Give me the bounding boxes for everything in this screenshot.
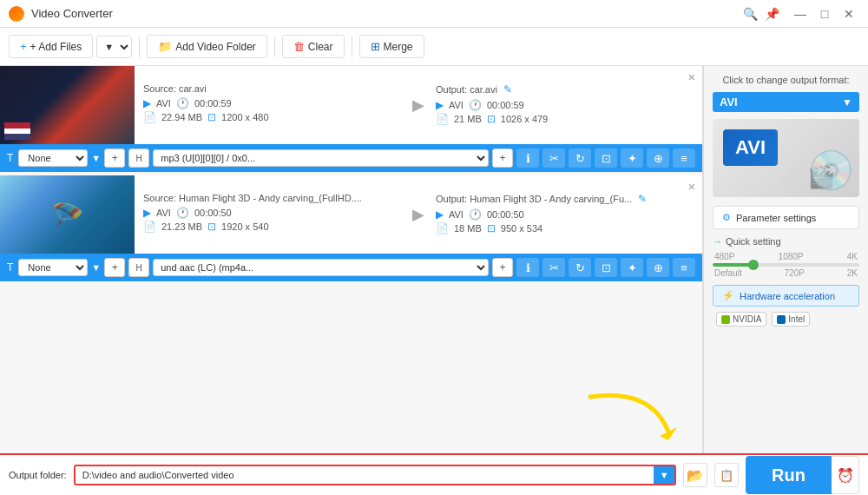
effect-button-2[interactable]: ✦ — [621, 258, 643, 277]
subtitle-select[interactable]: None — [18, 149, 88, 167]
file-info-cols: Source: car.avi ▶ AVI 🕐 00:00:59 📄 22.94… — [143, 83, 694, 127]
source-duration-2: 00:00:50 — [194, 208, 232, 218]
run-button[interactable]: Run — [746, 456, 832, 494]
file-icon: 📄 — [143, 111, 156, 123]
source-res-2: 1920 x 540 — [221, 221, 268, 232]
folder-open-icon: 📂 — [687, 467, 704, 484]
search-icon[interactable]: 🔍 — [743, 7, 758, 21]
file-icon-out-2: 📄 — [436, 222, 449, 234]
subtitle-edit-button[interactable]: ≡ — [673, 148, 695, 168]
parameter-settings-button[interactable]: ⚙ Parameter settings — [713, 206, 859, 229]
source-res: 1200 x 480 — [221, 112, 268, 122]
toolbar-separator-2 — [274, 36, 275, 57]
add-subtitle-button-2[interactable]: + — [104, 258, 125, 277]
quality-slider-track[interactable] — [713, 263, 859, 267]
res-icon-out: ⊡ — [487, 113, 496, 125]
edit-subtitle-button-2[interactable]: H — [128, 258, 149, 277]
alarm-icon: ⏰ — [837, 467, 854, 484]
add-folder-button[interactable]: 📁 Add Video Folder — [147, 35, 267, 58]
nvidia-logo — [721, 315, 730, 324]
output-duration-2: 00:00:50 — [487, 209, 524, 220]
edit-output-icon-2[interactable]: ✎ — [638, 193, 647, 205]
add-audio-button-2[interactable]: + — [492, 258, 513, 277]
person-icon: 🪂 — [51, 200, 83, 230]
cut-button-2[interactable]: ✂ — [542, 258, 565, 277]
pin-icon[interactable]: 📌 — [765, 7, 779, 21]
arrow-divider-2: ▶ — [401, 193, 436, 236]
format-selector[interactable]: AVI ▼ — [713, 92, 859, 112]
alarm-button[interactable]: ⏰ — [832, 456, 859, 494]
current-format: AVI — [720, 96, 738, 109]
trash-icon: 🗑 — [293, 40, 305, 53]
file-controls: T None ▼ + H mp3 (U[0][0][0] / 0x0... + … — [0, 144, 702, 172]
quick-setting-label: → Quick setting — [713, 236, 859, 247]
source-size: 22.94 MB — [161, 112, 202, 122]
run-area: Run ⏰ — [746, 456, 859, 494]
remove-file-button-2[interactable]: × — [688, 180, 695, 194]
remove-file-button[interactable]: × — [688, 70, 695, 84]
output-path-dropdown-button[interactable]: ▼ — [654, 466, 674, 484]
audio-select-2[interactable]: und aac (LC) (mp4a... — [153, 259, 489, 276]
rotate-button-2[interactable]: ↻ — [569, 258, 591, 277]
edit-subtitle-button[interactable]: H — [128, 148, 149, 168]
subtitle-select-2[interactable]: None — [18, 259, 88, 276]
merge-icon: ⊞ — [371, 40, 380, 53]
rotate-button[interactable]: ↻ — [569, 148, 591, 168]
info-button-2[interactable]: ℹ — [516, 258, 539, 277]
res-1080p: 1080P — [779, 252, 804, 261]
file-list: Source: car.avi ▶ AVI 🕐 00:00:59 📄 22.94… — [0, 66, 703, 453]
file-info-2: Source: Human Flight 3D - Andy carving_(… — [135, 175, 702, 254]
format-icon-2: ▶ — [143, 207, 151, 219]
output-res-2: 950 x 534 — [501, 223, 542, 234]
output-size-2: 18 MB — [454, 223, 482, 234]
copy-path-button[interactable]: 📋 — [714, 463, 739, 487]
effect-button[interactable]: ✦ — [621, 148, 643, 168]
source-format-row-2: ▶ AVI 🕐 00:00:50 — [143, 207, 401, 219]
add-files-dropdown[interactable]: ▼ — [96, 36, 132, 58]
audio-select[interactable]: mp3 (U[0][0][0] / 0x0... — [153, 149, 489, 167]
clock-icon-out: 🕐 — [469, 99, 482, 111]
maximize-button[interactable]: □ — [814, 5, 835, 23]
source-size-2: 21.23 MB — [161, 221, 202, 232]
add-subtitle-button[interactable]: + — [104, 148, 125, 168]
app-title: Video Converter — [31, 7, 743, 20]
text-icon: T — [7, 152, 13, 164]
subtitle-edit-button-2[interactable]: ≡ — [673, 258, 695, 277]
arrow-divider: ▶ — [401, 83, 436, 127]
cut-button[interactable]: ✂ — [542, 148, 565, 168]
quality-slider-thumb[interactable] — [748, 260, 759, 270]
watermark-button-2[interactable]: ⊕ — [647, 258, 669, 277]
main-area: Source: car.avi ▶ AVI 🕐 00:00:59 📄 22.94… — [0, 66, 868, 453]
source-format-2: AVI — [156, 208, 171, 218]
output-res: 1026 x 479 — [501, 114, 548, 124]
minimize-button[interactable]: — — [790, 5, 811, 23]
source-format: AVI — [156, 98, 171, 109]
file-controls-2: T None ▼ + H und aac (LC) (mp4a... + ℹ ✂… — [0, 254, 702, 281]
output-path-wrapper: ▼ — [74, 465, 676, 485]
copy-icon: 📋 — [720, 469, 733, 482]
close-button[interactable]: ✕ — [838, 5, 859, 23]
crop-button[interactable]: ⊡ — [595, 148, 617, 168]
crop-button-2[interactable]: ⊡ — [595, 258, 617, 277]
output-format: AVI — [449, 100, 464, 110]
browse-output-folder-button[interactable]: 📂 — [683, 463, 707, 487]
source-size-row-2: 📄 21.23 MB ⊡ 1920 x 540 — [143, 221, 401, 233]
edit-output-icon[interactable]: ✎ — [503, 83, 512, 96]
output-col: Output: car.avi ✎ ▶ AVI 🕐 00:00:59 📄 — [436, 83, 694, 127]
info-button[interactable]: ℹ — [516, 148, 539, 168]
merge-button[interactable]: ⊞ Merge — [359, 35, 424, 58]
clear-button[interactable]: 🗑 Clear — [282, 35, 345, 58]
output-path-input[interactable] — [76, 466, 654, 484]
hardware-acceleration-button[interactable]: ⚡ Hardware acceleration — [713, 285, 859, 307]
add-audio-button[interactable]: + — [492, 148, 513, 168]
source-duration: 00:00:59 — [194, 98, 232, 109]
text-icon-2: T — [7, 261, 13, 274]
watermark-button[interactable]: ⊕ — [647, 148, 669, 168]
add-files-button[interactable]: + + Add Files — [9, 35, 93, 58]
source-col-2: Source: Human Flight 3D - Andy carving_(… — [143, 193, 401, 236]
output-format-row: ▶ AVI 🕐 00:00:59 — [436, 99, 694, 111]
file-item: Source: car.avi ▶ AVI 🕐 00:00:59 📄 22.94… — [0, 66, 702, 172]
output-size-row: 📄 21 MB ⊡ 1026 x 479 — [436, 113, 694, 125]
file-thumbnail — [0, 66, 135, 144]
res-default: Default — [714, 268, 742, 278]
